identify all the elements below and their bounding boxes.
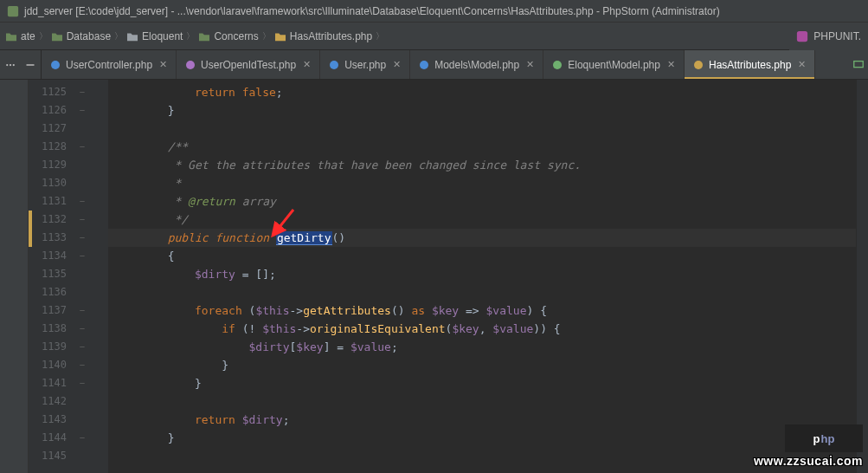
fold-toggle-icon[interactable]: — <box>74 374 91 392</box>
folder-icon <box>51 31 63 42</box>
gutter-line: 1128— <box>29 138 108 156</box>
tab-hasattributes-php[interactable]: HasAttributes.php✕ <box>685 50 815 79</box>
line-number: 1130 <box>29 174 74 192</box>
close-icon[interactable]: ✕ <box>798 59 806 70</box>
code-line[interactable] <box>108 283 856 301</box>
editor-tabs: UserController.php✕UserOpenIdTest.php✕Us… <box>0 50 868 80</box>
svg-rect-5 <box>27 64 35 66</box>
php-file-icon <box>552 60 563 70</box>
breadcrumb: ate〉Database〉Eloquent〉Concerns〉HasAttrib… <box>0 23 868 50</box>
code-line[interactable]: $dirty[$key] = $value; <box>108 338 856 356</box>
tab-useropenidtest-php[interactable]: UserOpenIdTest.php✕ <box>177 50 320 79</box>
code-line[interactable]: if (! $this->originalIsEquivalent($key, … <box>108 320 856 338</box>
fold-toggle-icon[interactable]: — <box>74 429 91 447</box>
tab-user-php[interactable]: User.php✕ <box>320 50 410 79</box>
line-number: 1125 <box>29 83 74 101</box>
code-line[interactable]: * @return array <box>108 192 856 211</box>
close-icon[interactable]: ✕ <box>303 59 311 70</box>
fold-toggle-icon[interactable]: — <box>74 301 91 320</box>
code-line[interactable]: * <box>108 174 856 192</box>
folder-icon <box>5 31 17 42</box>
breadcrumb-item[interactable]: Concerns <box>198 30 258 42</box>
breadcrumb-label: HasAttributes.php <box>290 30 372 42</box>
code-line[interactable]: * Get the attributes that have been chan… <box>108 156 856 174</box>
line-number: 1135 <box>29 265 74 283</box>
code-line[interactable]: } <box>108 356 856 374</box>
breadcrumb-item[interactable]: ate <box>5 30 35 42</box>
svg-point-6 <box>51 61 60 69</box>
fold-toggle-icon[interactable]: — <box>74 247 91 265</box>
close-icon[interactable]: ✕ <box>526 59 534 70</box>
svg-rect-0 <box>8 5 18 16</box>
tab-usercontroller-php[interactable]: UserController.php✕ <box>42 50 177 79</box>
code-line[interactable] <box>108 447 856 465</box>
fold-toggle-icon[interactable]: — <box>74 338 91 356</box>
code-line[interactable]: } <box>108 101 856 120</box>
gutter-line: 1143 <box>29 411 108 429</box>
code-line[interactable]: foreach ($this->getAttributes() as $key … <box>108 301 856 320</box>
line-number: 1140 <box>29 356 74 374</box>
code-line[interactable]: public function getDirty() <box>108 229 856 247</box>
phpunit-label: PHPUNIT. <box>813 30 861 42</box>
gutter-line: 1141— <box>29 374 108 392</box>
tab-overflow-icon[interactable] <box>852 59 865 71</box>
code-line[interactable] <box>108 392 856 411</box>
fold-toggle-icon[interactable]: — <box>74 229 91 247</box>
svg-point-7 <box>186 61 195 69</box>
gutter-line: 1140— <box>29 356 108 374</box>
svg-point-9 <box>420 61 428 69</box>
gutter-line: 1145 <box>29 447 108 465</box>
code-line[interactable]: */ <box>108 211 856 229</box>
breadcrumb-item[interactable]: Database <box>51 30 111 42</box>
gutter-line: 1138— <box>29 320 108 338</box>
gutter-line: 1144— <box>29 429 108 447</box>
code-line[interactable] <box>108 120 856 138</box>
watermark-logo: php <box>785 424 863 452</box>
gutter-line: 1134— <box>29 247 108 265</box>
code-line[interactable]: $dirty = []; <box>108 265 856 283</box>
gutter-line: 1129 <box>29 156 108 174</box>
fold-toggle-icon[interactable]: — <box>74 83 91 101</box>
fold-toggle-icon[interactable]: — <box>74 138 91 156</box>
code-line[interactable]: } <box>108 374 856 392</box>
line-number: 1133 <box>29 229 74 247</box>
line-number: 1131 <box>29 192 74 211</box>
fold-toggle-icon[interactable]: — <box>74 356 91 374</box>
tab-label: Models\Model.php <box>434 59 519 71</box>
code-area[interactable]: return false; } /** * Get the attributes… <box>108 80 856 473</box>
gutter-line: 1132— <box>29 211 108 229</box>
watermark-url: www.zzsucai.com <box>754 454 863 468</box>
folder-icon <box>198 31 210 42</box>
change-marker <box>29 211 32 247</box>
breadcrumb-label: Database <box>67 30 111 42</box>
code-line[interactable]: return false; <box>108 83 856 101</box>
tab-models-model-php[interactable]: Models\Model.php✕ <box>410 50 543 79</box>
close-icon[interactable]: ✕ <box>667 59 675 70</box>
code-line[interactable]: /** <box>108 138 856 156</box>
phpunit-panel-button[interactable]: PHPUNIT. <box>789 23 868 50</box>
fold-toggle-icon[interactable]: — <box>74 320 91 338</box>
close-icon[interactable]: ✕ <box>393 59 401 70</box>
breadcrumb-label: Concerns <box>214 30 258 42</box>
tab-label: UserOpenIdTest.php <box>201 59 296 71</box>
line-number: 1144 <box>29 429 74 447</box>
breadcrumb-item[interactable]: Eloquent <box>126 30 183 42</box>
fold-toggle-icon[interactable]: — <box>74 101 91 120</box>
scrollbar-strip[interactable] <box>856 80 868 473</box>
fold-toggle-icon[interactable]: — <box>74 211 91 229</box>
line-number: 1141 <box>29 374 74 392</box>
chevron-right-icon: 〉 <box>376 30 384 42</box>
collapse-icon[interactable] <box>25 60 35 70</box>
code-line[interactable]: return $dirty; <box>108 411 856 429</box>
tab-eloquent-model-php[interactable]: Eloquent\Model.php✕ <box>543 50 685 79</box>
breadcrumb-item[interactable]: HasAttributes.php <box>274 30 372 42</box>
line-number: 1137 <box>29 301 74 320</box>
code-line[interactable]: { <box>108 247 856 265</box>
line-number: 1134 <box>29 247 74 265</box>
gutter-line: 1136 <box>29 283 108 301</box>
fold-toggle-icon[interactable]: — <box>74 192 91 211</box>
code-line[interactable]: } <box>108 429 856 447</box>
svg-rect-12 <box>854 62 864 68</box>
close-icon[interactable]: ✕ <box>159 59 167 70</box>
more-actions-icon[interactable] <box>5 60 16 70</box>
